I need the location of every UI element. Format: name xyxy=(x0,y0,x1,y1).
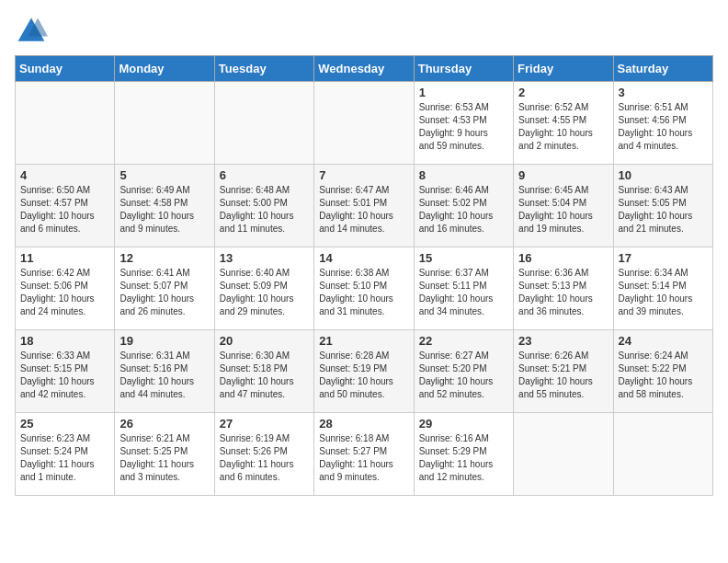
day-number: 13 xyxy=(220,251,309,265)
day-info: Sunrise: 6:26 AM Sunset: 5:21 PM Dayligh… xyxy=(518,350,608,401)
day-number: 4 xyxy=(20,168,109,182)
calendar-cell xyxy=(613,413,712,496)
day-info: Sunrise: 6:46 AM Sunset: 5:02 PM Dayligh… xyxy=(419,184,508,236)
calendar-cell xyxy=(16,82,115,165)
calendar-week-row: 1Sunrise: 6:53 AM Sunset: 4:53 PM Daylig… xyxy=(16,82,713,165)
calendar-cell: 5Sunrise: 6:49 AM Sunset: 4:58 PM Daylig… xyxy=(115,165,214,247)
logo xyxy=(15,15,51,48)
calendar-cell: 8Sunrise: 6:46 AM Sunset: 5:02 PM Daylig… xyxy=(414,165,513,247)
calendar-header-row: SundayMondayTuesdayWednesdayThursdayFrid… xyxy=(16,56,713,82)
day-number: 23 xyxy=(518,334,608,348)
calendar-cell: 6Sunrise: 6:48 AM Sunset: 5:00 PM Daylig… xyxy=(214,165,313,247)
day-number: 9 xyxy=(518,168,608,182)
calendar-cell: 16Sunrise: 6:36 AM Sunset: 5:13 PM Dayli… xyxy=(514,247,613,330)
day-number: 3 xyxy=(619,86,708,99)
calendar-cell: 26Sunrise: 6:21 AM Sunset: 5:25 PM Dayli… xyxy=(115,413,214,496)
day-number: 14 xyxy=(319,251,408,265)
day-number: 24 xyxy=(619,334,708,348)
calendar-cell xyxy=(314,82,414,165)
calendar-cell xyxy=(514,413,613,496)
logo-icon xyxy=(15,15,48,48)
day-info: Sunrise: 6:21 AM Sunset: 5:25 PM Dayligh… xyxy=(119,432,209,484)
calendar-cell: 3Sunrise: 6:51 AM Sunset: 4:56 PM Daylig… xyxy=(613,82,712,165)
calendar-cell: 23Sunrise: 6:26 AM Sunset: 5:21 PM Dayli… xyxy=(514,330,613,413)
calendar-cell xyxy=(214,82,313,165)
day-info: Sunrise: 6:40 AM Sunset: 5:09 PM Dayligh… xyxy=(220,267,309,318)
day-info: Sunrise: 6:49 AM Sunset: 4:58 PM Dayligh… xyxy=(119,184,209,236)
calendar-week-row: 25Sunrise: 6:23 AM Sunset: 5:24 PM Dayli… xyxy=(16,413,713,496)
calendar-cell: 2Sunrise: 6:52 AM Sunset: 4:55 PM Daylig… xyxy=(514,82,613,165)
day-info: Sunrise: 6:47 AM Sunset: 5:01 PM Dayligh… xyxy=(319,184,408,236)
calendar-cell: 15Sunrise: 6:37 AM Sunset: 5:11 PM Dayli… xyxy=(414,247,513,330)
day-number: 7 xyxy=(319,168,408,182)
day-info: Sunrise: 6:18 AM Sunset: 5:27 PM Dayligh… xyxy=(319,432,408,484)
calendar-cell: 29Sunrise: 6:16 AM Sunset: 5:29 PM Dayli… xyxy=(414,413,513,496)
calendar-cell: 1Sunrise: 6:53 AM Sunset: 4:53 PM Daylig… xyxy=(414,82,513,165)
day-number: 20 xyxy=(220,334,309,348)
day-number: 22 xyxy=(419,334,508,348)
day-info: Sunrise: 6:24 AM Sunset: 5:22 PM Dayligh… xyxy=(619,350,708,401)
calendar-cell: 17Sunrise: 6:34 AM Sunset: 5:14 PM Dayli… xyxy=(613,247,712,330)
calendar-cell: 21Sunrise: 6:28 AM Sunset: 5:19 PM Dayli… xyxy=(314,330,414,413)
calendar-cell: 24Sunrise: 6:24 AM Sunset: 5:22 PM Dayli… xyxy=(613,330,712,413)
day-number: 12 xyxy=(119,251,209,265)
calendar-cell: 28Sunrise: 6:18 AM Sunset: 5:27 PM Dayli… xyxy=(314,413,414,496)
calendar-cell: 13Sunrise: 6:40 AM Sunset: 5:09 PM Dayli… xyxy=(214,247,313,330)
day-info: Sunrise: 6:38 AM Sunset: 5:10 PM Dayligh… xyxy=(319,267,408,318)
day-info: Sunrise: 6:30 AM Sunset: 5:18 PM Dayligh… xyxy=(220,350,309,401)
day-number: 25 xyxy=(20,417,109,431)
day-info: Sunrise: 6:51 AM Sunset: 4:56 PM Dayligh… xyxy=(619,101,708,153)
day-number: 2 xyxy=(518,86,608,99)
day-number: 28 xyxy=(319,417,408,431)
calendar-cell: 9Sunrise: 6:45 AM Sunset: 5:04 PM Daylig… xyxy=(514,165,613,247)
calendar-table: SundayMondayTuesdayWednesdayThursdayFrid… xyxy=(15,55,713,496)
day-number: 27 xyxy=(220,417,309,431)
header-friday: Friday xyxy=(514,56,613,82)
calendar-cell: 4Sunrise: 6:50 AM Sunset: 4:57 PM Daylig… xyxy=(16,165,115,247)
day-info: Sunrise: 6:27 AM Sunset: 5:20 PM Dayligh… xyxy=(419,350,508,401)
calendar-cell: 11Sunrise: 6:42 AM Sunset: 5:06 PM Dayli… xyxy=(16,247,115,330)
calendar-cell: 7Sunrise: 6:47 AM Sunset: 5:01 PM Daylig… xyxy=(314,165,414,247)
calendar-cell: 22Sunrise: 6:27 AM Sunset: 5:20 PM Dayli… xyxy=(414,330,513,413)
day-number: 1 xyxy=(419,86,508,99)
calendar-cell: 25Sunrise: 6:23 AM Sunset: 5:24 PM Dayli… xyxy=(16,413,115,496)
day-number: 15 xyxy=(419,251,508,265)
day-number: 5 xyxy=(119,168,209,182)
calendar-cell: 27Sunrise: 6:19 AM Sunset: 5:26 PM Dayli… xyxy=(214,413,313,496)
day-number: 6 xyxy=(220,168,309,182)
day-info: Sunrise: 6:36 AM Sunset: 5:13 PM Dayligh… xyxy=(518,267,608,318)
header-thursday: Thursday xyxy=(414,56,513,82)
header-monday: Monday xyxy=(115,56,214,82)
day-number: 26 xyxy=(119,417,209,431)
day-info: Sunrise: 6:45 AM Sunset: 5:04 PM Dayligh… xyxy=(518,184,608,236)
day-number: 21 xyxy=(319,334,408,348)
header-tuesday: Tuesday xyxy=(214,56,313,82)
day-number: 18 xyxy=(20,334,109,348)
calendar-cell: 12Sunrise: 6:41 AM Sunset: 5:07 PM Dayli… xyxy=(115,247,214,330)
day-number: 16 xyxy=(518,251,608,265)
day-info: Sunrise: 6:33 AM Sunset: 5:15 PM Dayligh… xyxy=(20,350,109,401)
day-info: Sunrise: 6:42 AM Sunset: 5:06 PM Dayligh… xyxy=(20,267,109,318)
calendar-cell: 18Sunrise: 6:33 AM Sunset: 5:15 PM Dayli… xyxy=(16,330,115,413)
page-header xyxy=(15,15,713,48)
header-wednesday: Wednesday xyxy=(314,56,414,82)
calendar-week-row: 18Sunrise: 6:33 AM Sunset: 5:15 PM Dayli… xyxy=(16,330,713,413)
header-sunday: Sunday xyxy=(16,56,115,82)
day-info: Sunrise: 6:19 AM Sunset: 5:26 PM Dayligh… xyxy=(220,432,309,484)
day-number: 8 xyxy=(419,168,508,182)
calendar-week-row: 4Sunrise: 6:50 AM Sunset: 4:57 PM Daylig… xyxy=(16,165,713,247)
day-info: Sunrise: 6:34 AM Sunset: 5:14 PM Dayligh… xyxy=(619,267,708,318)
day-number: 10 xyxy=(619,168,708,182)
day-info: Sunrise: 6:23 AM Sunset: 5:24 PM Dayligh… xyxy=(20,432,109,484)
calendar-cell xyxy=(115,82,214,165)
day-info: Sunrise: 6:41 AM Sunset: 5:07 PM Dayligh… xyxy=(119,267,209,318)
day-info: Sunrise: 6:48 AM Sunset: 5:00 PM Dayligh… xyxy=(220,184,309,236)
calendar-cell: 14Sunrise: 6:38 AM Sunset: 5:10 PM Dayli… xyxy=(314,247,414,330)
day-info: Sunrise: 6:37 AM Sunset: 5:11 PM Dayligh… xyxy=(419,267,508,318)
calendar-cell: 20Sunrise: 6:30 AM Sunset: 5:18 PM Dayli… xyxy=(214,330,313,413)
day-number: 11 xyxy=(20,251,109,265)
day-info: Sunrise: 6:43 AM Sunset: 5:05 PM Dayligh… xyxy=(619,184,708,236)
day-number: 17 xyxy=(619,251,708,265)
day-info: Sunrise: 6:28 AM Sunset: 5:19 PM Dayligh… xyxy=(319,350,408,401)
day-number: 29 xyxy=(419,417,508,431)
